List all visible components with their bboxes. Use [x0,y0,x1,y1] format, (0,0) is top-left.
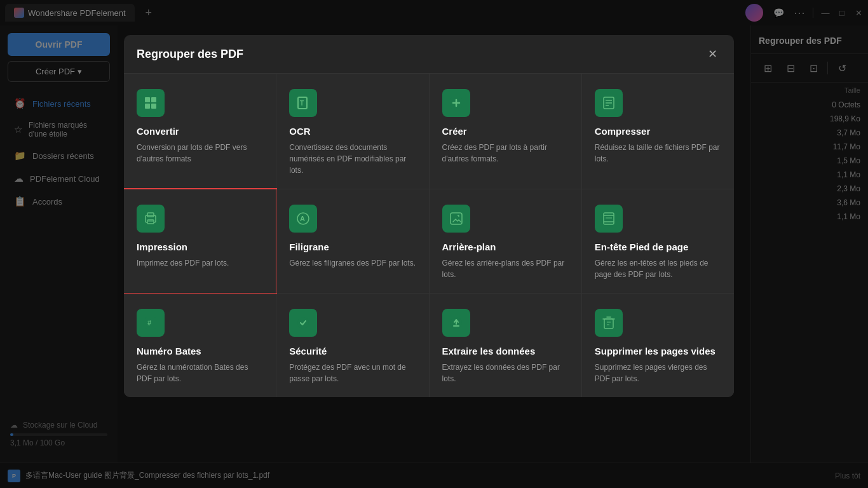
svg-rect-20 [604,213,614,224]
svg-text:A: A [300,215,305,222]
arriere-plan-desc: Gérez les arrière-plans des PDF par lots… [442,257,569,280]
ocr-icon: T [289,89,317,117]
right-panel-title: Regrouper des PDF [751,25,868,54]
filigrane-title: Filigrane [289,241,416,252]
modal-header: Regrouper des PDF ✕ [124,35,734,74]
compresser-title: Compresser [595,126,721,137]
batch-process-modal: Regrouper des PDF ✕ Convertir Conversion… [124,35,734,397]
card-impression[interactable]: Impression Imprimez des PDF par lots. [124,188,277,294]
refresh-button[interactable]: ↺ [833,59,851,77]
card-supprimer[interactable]: Supprimer les pages vides Supprimez les … [582,294,734,397]
maximize-button[interactable]: □ [837,8,846,17]
tab-label: Wondershare PDFelement [28,8,126,18]
convertir-title: Convertir [137,126,263,137]
card-creer[interactable]: Créer Créez des PDF par lots à partir d'… [430,74,581,189]
card-ocr[interactable]: T OCR Convertissez des documents numéris… [276,74,428,189]
bates-title: Numéro Bates [137,346,263,356]
toolbar-divider [827,62,828,74]
card-convertir[interactable]: Convertir Conversion par lots de PDF ver… [124,74,276,189]
storage-progress-bar [10,433,107,436]
card-entete-pied[interactable]: En-tête Pied de page Gérez les en-têtes … [582,189,734,293]
create-pdf-label: Créer PDF [36,67,75,76]
storage-fill [10,433,13,436]
card-securite[interactable]: Sécurité Protégez des PDF avec un mot de… [276,294,428,397]
creer-title: Créer [442,126,569,137]
card-numero-bates[interactable]: # Numéro Bates Gérez la numérotation Bat… [124,294,276,397]
sidebar-item-recent-files[interactable]: ⏰ Fichiers récents [4,92,114,115]
title-bar-left: Wondershare PDFelement + [5,4,158,22]
bates-desc: Gérez la numérotation Bates des PDF par … [137,362,263,384]
sidebar-item-cloud[interactable]: ☁ PDFelement Cloud [4,167,114,190]
extraire-desc: Extrayez les données des PDF par lots. [442,362,569,384]
svg-rect-15 [147,220,154,224]
app-icon [14,8,24,18]
entete-icon [595,205,623,233]
sidebar-item-starred[interactable]: ☆ Fichiers marqués d'une étoile [4,115,114,144]
convertir-icon [137,89,165,117]
sidebar-recent-label: Fichiers récents [32,99,91,109]
sidebar-accords-label: Accords [32,197,62,207]
sidebar: Ouvrir PDF Créer PDF ▾ ⏰ Fichiers récent… [0,25,118,463]
divider [813,8,813,18]
svg-text:T: T [300,100,304,107]
svg-rect-3 [151,104,156,109]
file-size-8: 1,1 Mo [751,210,868,224]
sidebar-folders-label: Dossiers récents [32,151,94,161]
supprimer-title: Supprimer les pages vides [595,346,721,356]
folder-icon: 📁 [14,150,26,161]
cloud-storage-label: Stockage sur le Cloud [23,421,97,430]
chevron-down-icon: ▾ [78,67,82,76]
add-tab-button[interactable]: + [140,4,158,22]
grid-view-button[interactable]: ⊞ [759,59,776,77]
file-size-5: 1,1 Mo [751,168,868,182]
star-icon: ☆ [14,124,22,135]
file-size-7: 3,6 Mo [751,196,868,210]
storage-amount: 3,1 Mo / 100 Go [10,438,107,447]
right-panel-tools: ⊞ ⊟ ⊡ ↺ [751,54,868,83]
svg-rect-2 [145,104,150,109]
impression-desc: Imprimez des PDF par lots. [137,257,263,269]
chat-icon[interactable]: 💬 [771,5,786,20]
avatar[interactable] [745,4,763,22]
sidebar-item-recent-folders[interactable]: 📁 Dossiers récents [4,144,114,167]
card-extraire[interactable]: Extraire les données Extrayez les donnée… [430,294,581,397]
create-pdf-button[interactable]: Créer PDF ▾ [8,61,110,82]
pdf-file-icon: P [8,470,20,482]
open-pdf-button[interactable]: Ouvrir PDF [8,33,110,56]
active-tab[interactable]: Wondershare PDFelement [5,4,135,22]
file-size-2: 3,7 Mo [751,126,868,140]
cloud-storage-info: ☁ Stockage sur le Cloud [10,421,107,430]
size-column-header: Taille [751,83,868,98]
accords-icon: 📋 [14,196,26,207]
sidebar-starred-label: Fichiers marqués d'une étoile [29,121,104,139]
svg-text:#: # [147,319,151,327]
creer-icon [442,89,470,117]
bottom-bar: P 多语言Mac-User guide 图片背景_Compresser des … [0,463,868,488]
recent-files-icon: ⏰ [14,98,26,109]
sidebar-item-accords[interactable]: 📋 Accords [4,190,114,213]
cloud-storage-icon: ☁ [10,421,18,430]
minimize-button[interactable]: — [821,8,830,17]
extraire-title: Extraire les données [442,346,569,356]
file-size-4: 1,5 Mo [751,154,868,168]
card-compresser[interactable]: Compresser Réduisez la taille de fichier… [582,74,734,189]
recent-file-info: P 多语言Mac-User guide 图片背景_Compresser des … [8,470,829,482]
ocr-desc: Convertissez des documents numérisés en … [289,142,416,176]
securite-desc: Protégez des PDF avec un mot de passe pa… [289,362,416,384]
card-arriere-plan[interactable]: Arrière-plan Gérez les arrière-plans des… [430,189,581,293]
file-size-3: 11,7 Mo [751,140,868,154]
more-options-icon[interactable]: ⋯ [794,6,805,20]
close-button[interactable]: ✕ [854,8,863,17]
detail-view-button[interactable]: ⊡ [804,59,822,77]
title-bar: Wondershare PDFelement + 💬 ⋯ — □ ✕ [0,0,868,25]
svg-rect-29 [604,319,613,329]
supprimer-icon [595,309,623,337]
card-filigrane[interactable]: A Filigrane Gérez les filigranes des PDF… [276,189,428,293]
sidebar-bottom: ☁ Stockage sur le Cloud 3,1 Mo / 100 Go [0,413,118,455]
modal-close-button[interactable]: ✕ [703,45,721,63]
svg-rect-19 [451,213,462,224]
svg-rect-0 [145,97,150,102]
securite-icon [289,309,317,337]
entete-desc: Gérez les en-têtes et les pieds de page … [595,257,721,280]
list-view-button[interactable]: ⊟ [782,59,799,77]
